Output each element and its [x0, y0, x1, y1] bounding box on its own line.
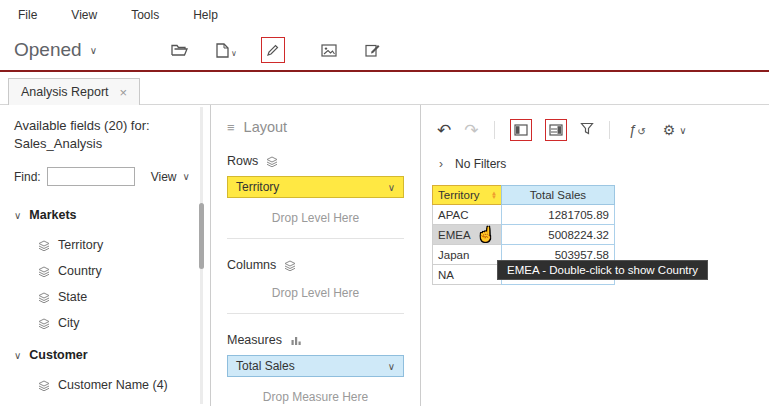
field-item-label: Territory — [58, 238, 103, 252]
menu-file[interactable]: File — [18, 8, 37, 22]
group-label: Markets — [29, 208, 76, 222]
rows-field-select[interactable]: Territory ∨ — [227, 176, 404, 198]
function-icon: ƒ — [629, 122, 637, 138]
columns-section-header: Columns — [227, 258, 404, 272]
open-folder-button[interactable] — [171, 43, 188, 57]
sort-down-icon: ▼ — [491, 195, 497, 200]
find-label: Find: — [14, 170, 41, 184]
total-sales-cell[interactable]: 5008224.32 — [501, 225, 615, 245]
undo-button[interactable]: ↶ — [437, 120, 451, 141]
layout-title: Layout — [244, 119, 288, 135]
rows-drop-zone[interactable]: Drop Level Here — [227, 211, 404, 225]
field-item-customer-name[interactable]: Customer Name (4) — [38, 372, 210, 398]
filter-button[interactable] — [580, 121, 594, 139]
chevron-down-icon: ∨ — [231, 49, 237, 58]
levels-icon — [284, 260, 296, 271]
chevron-down-icon: ∨ — [182, 171, 189, 182]
fields-panel-title: Available fields (20) for: Sales_Analysi… — [14, 117, 210, 152]
field-item-country[interactable]: Country — [38, 258, 210, 284]
menu-help[interactable]: Help — [193, 8, 218, 22]
territory-column-header[interactable]: Territory ▲ ▼ — [432, 185, 502, 205]
chevron-down-icon: ∨ — [90, 45, 97, 56]
table-left-icon — [514, 124, 528, 136]
dimension-icon — [38, 292, 50, 303]
chevron-right-icon: › — [439, 157, 443, 171]
drag-handle-icon: ≡ — [227, 120, 235, 135]
filter-funnel-icon — [580, 122, 594, 135]
chevron-down-icon: ∨ — [14, 210, 21, 221]
gear-icon: ⚙ — [663, 122, 676, 138]
fields-title-line2: Sales_Analysis — [14, 135, 210, 153]
layout-panel: ≡ Layout Rows Territory ∨ Drop Level Her… — [211, 105, 421, 406]
levels-icon — [266, 156, 278, 167]
no-filters-label: No Filters — [455, 157, 506, 171]
field-group-markets[interactable]: ∨ Markets — [14, 208, 210, 222]
compose-icon — [365, 43, 381, 57]
refresh-data-button[interactable]: ƒ ↺ — [629, 122, 646, 138]
menu-view[interactable]: View — [71, 8, 97, 22]
close-icon[interactable]: × — [120, 85, 128, 100]
field-group-customer[interactable]: ∨ Customer — [14, 348, 210, 362]
section-divider — [227, 313, 404, 314]
hand-cursor-icon: ☝ — [477, 226, 494, 242]
field-item-city[interactable]: City — [38, 310, 210, 336]
options-button[interactable]: ⚙ ∨ — [663, 122, 687, 138]
opened-dropdown[interactable]: Opened ∨ — [14, 39, 97, 61]
chevron-down-icon: ∨ — [388, 182, 395, 193]
tab-bar: Analysis Report × — [0, 72, 769, 105]
tooltip: EMEA - Double-click to show Country — [497, 260, 708, 280]
tab-analysis-report[interactable]: Analysis Report × — [8, 78, 140, 105]
total-sales-column-header[interactable]: Total Sales — [501, 185, 615, 205]
measures-section-header: Measures — [227, 333, 404, 347]
crosstab-view-button[interactable] — [510, 119, 532, 141]
territory-cell-na[interactable]: NA — [432, 265, 502, 285]
rows-section-header: Rows — [227, 154, 404, 168]
app-window: File View Tools Help Opened ∨ ∨ — [0, 0, 769, 406]
columns-label: Columns — [227, 258, 276, 272]
total-sales-cell[interactable]: 1281705.89 — [501, 205, 615, 225]
sort-icon[interactable]: ▲ ▼ — [491, 191, 497, 200]
menu-tools[interactable]: Tools — [131, 8, 159, 22]
chevron-down-icon: ∨ — [679, 125, 686, 136]
picture-icon — [321, 44, 337, 57]
picture-button[interactable] — [321, 44, 337, 57]
measures-field-select[interactable]: Total Sales ∨ — [227, 355, 404, 377]
fields-scrollbar-thumb[interactable] — [199, 203, 204, 269]
view-label: View — [151, 170, 177, 184]
field-item-label: City — [58, 316, 80, 330]
field-item-label: Country — [58, 264, 102, 278]
edit-mode-button[interactable] — [261, 37, 285, 63]
territory-cell-apac[interactable]: APAC — [432, 205, 502, 225]
rows-label: Rows — [227, 154, 258, 168]
compose-button[interactable] — [365, 43, 381, 57]
layout-panel-header: ≡ Layout — [227, 119, 404, 135]
new-document-icon — [216, 43, 229, 58]
field-item-label: Customer Name (4) — [58, 378, 168, 392]
main-toolbar: Opened ∨ ∨ — [0, 30, 769, 70]
territory-cell-japan[interactable]: Japan — [432, 245, 502, 265]
opened-label: Opened — [14, 39, 82, 61]
canvas-toolbar: ↶ ↷ ƒ ↺ ⚙ ∨ — [437, 119, 769, 141]
view-dropdown[interactable]: View ∨ — [151, 170, 190, 184]
header-label: Total Sales — [530, 189, 586, 201]
new-document-button[interactable]: ∨ — [216, 43, 237, 58]
dimension-icon — [38, 240, 50, 251]
toolbar-separator — [609, 121, 610, 139]
columns-drop-zone[interactable]: Drop Level Here — [227, 286, 404, 300]
crosstab-canvas: ↶ ↷ ƒ ↺ ⚙ ∨ — [421, 105, 769, 406]
no-filters-row[interactable]: › No Filters — [439, 156, 769, 171]
field-item-state[interactable]: State — [38, 284, 210, 310]
measures-drop-zone[interactable]: Drop Measure Here — [227, 390, 404, 404]
table-header-row: Territory ▲ ▼ Total Sales — [432, 185, 617, 205]
available-fields-panel: Available fields (20) for: Sales_Analysi… — [0, 105, 211, 406]
menubar: File View Tools Help — [0, 0, 769, 30]
measures-label: Measures — [227, 333, 282, 347]
group-label: Customer — [29, 348, 87, 362]
find-row: Find: View ∨ — [14, 167, 210, 186]
chevron-down-icon: ∨ — [14, 350, 21, 361]
field-item-label: State — [58, 290, 87, 304]
dimension-icon — [38, 380, 50, 391]
field-item-territory[interactable]: Territory — [38, 232, 210, 258]
find-input[interactable] — [47, 167, 135, 186]
chart-view-button[interactable] — [545, 119, 567, 141]
